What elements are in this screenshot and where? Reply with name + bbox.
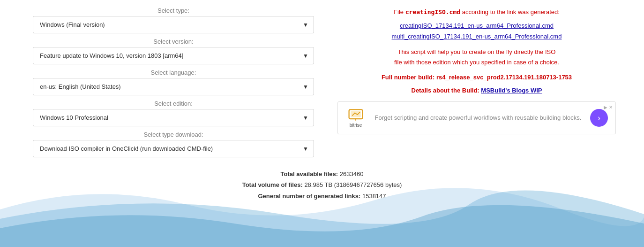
download-group: Select type download: Download ISO compi… <box>28 131 319 157</box>
footer-links-value: 1538147 <box>362 193 386 200</box>
download-select[interactable]: Download ISO compiler in OneClick! (run … <box>33 140 314 157</box>
info-desc: This script will help you to create on t… <box>337 47 616 68</box>
edition-select-wrapper: Windows 10 Professional ▼ <box>33 109 314 126</box>
version-select-wrapper: Feature update to Windows 10, version 18… <box>33 47 314 64</box>
type-group: Select type: Windows (Final version) ▼ <box>28 7 319 33</box>
footer-links-label: General number of generated links: <box>258 193 360 200</box>
line1-rest: according to the link was generated: <box>460 8 560 15</box>
ad-box: ▶ ✕ bitrise Forget scripting <box>337 101 616 134</box>
build-label: Full number build: <box>382 74 434 81</box>
ad-corner: ▶ ✕ <box>604 105 613 110</box>
edition-select[interactable]: Windows 10 Professional <box>33 109 314 126</box>
footer-volume-line: Total volume of files: 28.985 TB (318694… <box>0 179 644 190</box>
type-select-wrapper: Windows (Final version) ▼ <box>33 16 314 33</box>
version-group: Select version: Feature update to Window… <box>28 38 319 64</box>
details-link[interactable]: MSBuild's Blogs WIP <box>481 87 542 94</box>
svg-rect-1 <box>351 111 361 117</box>
language-label: Select language: <box>151 69 196 76</box>
ad-corner-icon: ▶ ✕ <box>604 105 613 110</box>
footer-links-line: General number of generated links: 15381… <box>0 191 644 201</box>
version-select[interactable]: Feature update to Windows 10, version 18… <box>33 47 314 64</box>
link2[interactable]: multi_creatingISO_17134.191_en-us_arm64_… <box>392 31 562 42</box>
edition-label: Select edition: <box>154 100 193 107</box>
link1[interactable]: creatingISO_17134.191_en-us_arm64_Profes… <box>400 20 554 31</box>
footer-files-label: Total available files: <box>281 170 338 178</box>
footer-volume-label: Total volume of files: <box>242 181 303 188</box>
info-box: File creatingISO.cmd according to the li… <box>337 7 616 96</box>
line1-text: File <box>394 8 405 15</box>
download-label: Select type download: <box>143 131 203 138</box>
footer-files-value: 2633460 <box>340 170 364 178</box>
language-select[interactable]: en-us: English (United States) <box>33 78 314 95</box>
language-select-wrapper: en-us: English (United States) ▼ <box>33 78 314 95</box>
version-label: Select version: <box>153 38 193 45</box>
edition-group: Select edition: Windows 10 Professional … <box>28 100 319 126</box>
line1-code: creatingISO.cmd <box>405 8 460 15</box>
build-info: Full number build: rs4_release_svc_prod2… <box>337 72 616 83</box>
type-select[interactable]: Windows (Final version) <box>33 16 314 33</box>
footer: Total available files: 2633460 Total vol… <box>0 162 644 206</box>
type-label: Select type: <box>157 7 189 14</box>
right-content: File creatingISO.cmd according to the li… <box>337 7 616 134</box>
file-generated-line: File creatingISO.cmd according to the li… <box>337 7 616 17</box>
build-value: rs4_release_svc_prod2.17134.191.180713-1… <box>436 74 572 81</box>
left-panel: Select type: Windows (Final version) ▼ S… <box>28 5 319 162</box>
details-label: Details about the Build: <box>412 87 479 94</box>
ad-icon: bitrise <box>345 108 366 128</box>
language-group: Select language: en-us: English (United … <box>28 69 319 95</box>
bitrise-label: bitrise <box>350 123 362 128</box>
footer-files-line: Total available files: 2633460 <box>0 169 644 179</box>
ad-text: Forget scripting and create powerful wor… <box>372 114 584 122</box>
ad-next-button[interactable]: › <box>590 109 608 127</box>
footer-volume-value: 28.985 TB (31869467727656 bytes) <box>304 181 402 188</box>
build-details: Details about the Build: MSBuild's Blogs… <box>337 85 616 96</box>
right-panel: File creatingISO.cmd according to the li… <box>337 5 616 162</box>
download-select-wrapper: Download ISO compiler in OneClick! (run … <box>33 140 314 157</box>
info-links: creatingISO_17134.191_en-us_arm64_Profes… <box>337 20 616 42</box>
